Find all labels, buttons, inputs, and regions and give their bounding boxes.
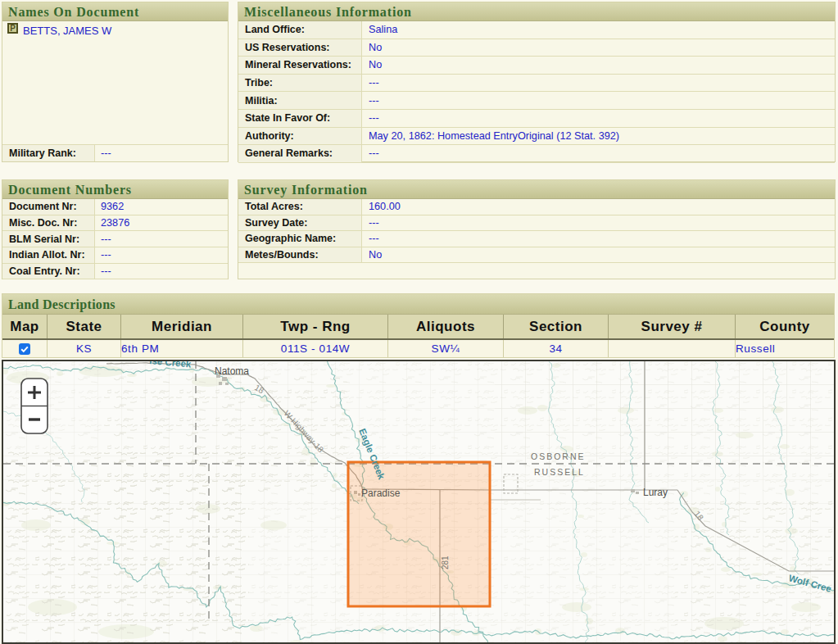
svg-text:Paradise: Paradise <box>361 488 401 499</box>
svg-text:RUSSELL: RUSSELL <box>534 467 585 477</box>
svg-text:OSBORNE: OSBORNE <box>531 451 586 461</box>
svg-text:Luray: Luray <box>643 487 668 498</box>
svg-text:Natoma: Natoma <box>215 365 249 377</box>
svg-text:281: 281 <box>441 556 450 569</box>
